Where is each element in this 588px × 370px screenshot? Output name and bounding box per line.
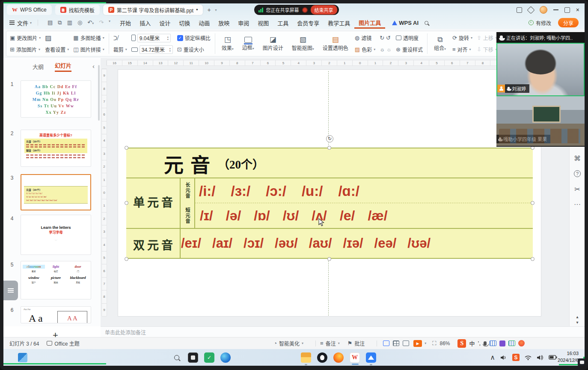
close-button[interactable]: ×: [576, 6, 579, 13]
comments-button[interactable]: ⚑批注: [347, 340, 365, 347]
group-button[interactable]: ⧉组合▾: [432, 36, 448, 51]
share-button[interactable]: 分享: [558, 18, 579, 27]
menu-tab-会员专享[interactable]: 会员专享: [293, 17, 324, 29]
add-picture-button[interactable]: ⊞添加图片▾: [10, 44, 41, 55]
color-button[interactable]: ▨色彩▾: [355, 44, 375, 55]
quickbar-chevron-icon[interactable]: ▾: [109, 19, 110, 26]
tray-sogou-icon[interactable]: S: [512, 354, 520, 361]
normal-view-icon[interactable]: [383, 340, 389, 346]
resize-handle-nw[interactable]: [125, 146, 128, 150]
notes-bar[interactable]: 单击此处添加备注: [101, 326, 585, 337]
help-icon[interactable]: ?: [570, 166, 585, 181]
collapse-sidebar-button[interactable]: ‹: [92, 62, 95, 70]
set-transparent-button[interactable]: ▤设置透明色: [321, 36, 350, 51]
file-menu-chevron-icon[interactable]: ▾: [30, 21, 32, 25]
restore-button[interactable]: [564, 7, 570, 13]
tray-expand-chevron-icon[interactable]: ∧: [490, 353, 495, 361]
modified-label[interactable]: 有修改: [536, 19, 551, 27]
slide-thumbnail-5[interactable]: classroom教室light电灯door门window窗户picture图画…: [21, 261, 91, 299]
picture-collage-button[interactable]: ◫图片拼接▾: [73, 44, 104, 55]
taskbar-wps-icon[interactable]: W: [350, 352, 360, 363]
resize-handle-se[interactable]: [531, 257, 535, 261]
preview-icon[interactable]: ◎: [77, 19, 82, 26]
search-icon[interactable]: [425, 21, 428, 25]
taskbar-wechat-icon[interactable]: [204, 352, 214, 363]
taskbar-explorer-icon[interactable]: [301, 352, 311, 363]
slide-thumbnail-1[interactable]: Aa Bb Cc Dd Ee FfGg Hh Ii Jj Kk LlMm Nn …: [21, 80, 91, 118]
taskbar-meeting-icon[interactable]: [366, 352, 376, 363]
ime-punctuation[interactable]: ’,: [478, 340, 481, 346]
navigation-pane-icon[interactable]: ⌘: [570, 151, 585, 166]
menu-tab-动画[interactable]: 动画: [194, 17, 214, 29]
taskbar-start-icon[interactable]: [155, 352, 166, 363]
sidebar-scrollbar[interactable]: [98, 65, 100, 121]
picture-preview-icon[interactable]: ▨: [45, 33, 69, 43]
file-menu[interactable]: 文件: [17, 19, 28, 27]
resize-handle-s[interactable]: [327, 257, 331, 261]
tray-speaker-icon[interactable]: [500, 355, 507, 361]
resize-handle-w[interactable]: [125, 201, 128, 205]
ime-emoji-icon[interactable]: [518, 340, 525, 346]
notification-icon[interactable]: [578, 358, 585, 366]
redo-icon[interactable]: ↷: [99, 19, 104, 26]
taskbar-search-icon[interactable]: [172, 352, 182, 363]
rotate-handle[interactable]: ↻: [326, 135, 333, 142]
wps-ai-label[interactable]: WPS AI: [399, 20, 419, 26]
change-picture-button[interactable]: ▣更改图片▾: [10, 33, 41, 43]
slide-thumbnail-3[interactable]: 元音（20个）/i:/ /ɜ:/ /ɔ:/ /u:/ /ɑ://ɪ/ /ə/ /…: [21, 174, 91, 210]
tray-wifi-icon[interactable]: [525, 355, 532, 360]
menu-tab-图片工具[interactable]: 图片工具: [354, 17, 385, 29]
brightness-up-icon[interactable]: ↻↺: [380, 33, 392, 43]
notes-button[interactable]: ≡备注▾: [320, 340, 340, 347]
previous-slide-button[interactable]: ▴: [576, 314, 578, 319]
ime-toolbox-icon[interactable]: [508, 340, 515, 346]
smart-beautify-button[interactable]: ◔智能美化▾: [273, 340, 303, 347]
tab-outline[interactable]: 大纲: [33, 62, 44, 71]
resize-handle-n[interactable]: [327, 146, 331, 150]
align-button[interactable]: ≡对齐▾: [452, 44, 472, 55]
tray-battery-icon[interactable]: [549, 355, 557, 360]
output-icon[interactable]: ⧉: [58, 19, 62, 26]
filter-button[interactable]: ◍滤镜: [355, 33, 375, 43]
ime-mic-icon[interactable]: [484, 341, 487, 346]
menu-tab-审阅[interactable]: 审阅: [234, 17, 253, 29]
skin-settings-icon[interactable]: [527, 6, 535, 14]
play-options-chevron-icon[interactable]: ▾: [425, 341, 426, 345]
video-feed-classroom[interactable]: 嘎勒小学四年级 果果: [496, 96, 585, 146]
end-share-button[interactable]: 结束共享: [311, 5, 337, 15]
ime-skin-icon[interactable]: [499, 340, 505, 346]
file-menu-icon[interactable]: [9, 21, 15, 25]
menu-tab-切换[interactable]: 切换: [175, 17, 194, 29]
user-avatar[interactable]: [540, 6, 547, 14]
taskbar-clock[interactable]: 16:03 2024/12/6: [558, 350, 579, 364]
skin-theme-icon[interactable]: ✂: [570, 181, 585, 197]
slide-thumbnail-4[interactable]: Learn the letters学习字母· — ·: [21, 215, 91, 255]
reading-view-icon[interactable]: [403, 340, 409, 346]
next-slide-button[interactable]: ▾: [576, 320, 578, 325]
effects-button[interactable]: ◳效果▾: [220, 36, 236, 51]
picture-design-button[interactable]: ◪图片设计: [261, 36, 285, 51]
menu-tab-视图[interactable]: 视图: [253, 17, 273, 29]
resize-handle-sw[interactable]: [125, 257, 128, 261]
smart-cutout-button[interactable]: ▧智能抠图▾: [290, 36, 316, 51]
tab-slides[interactable]: 幻灯片: [55, 61, 71, 72]
border-button[interactable]: 边框▾: [240, 37, 256, 51]
slide-thumbnail-6[interactable]: Aa AaA aA A: [21, 306, 91, 323]
slide-thumbnail-2[interactable]: 英语里有多少个音标?元音（20个）辅音（28个）: [21, 130, 91, 167]
menu-tab-设计[interactable]: 设计: [155, 17, 175, 29]
taskbar-firefox-icon[interactable]: [333, 352, 344, 363]
menu-tab-教学工具[interactable]: 教学工具: [324, 17, 354, 29]
video-feed-teacher[interactable]: 刘淑婷: [496, 43, 585, 96]
crop-frame-icon[interactable]: ⟉: [113, 33, 127, 43]
theme-indicator[interactable]: Office 主题: [47, 340, 79, 347]
ime-language-toggle[interactable]: 中: [469, 339, 475, 347]
crop-button[interactable]: 裁剪▾: [113, 44, 127, 55]
reset-style-button[interactable]: ⊛重设样式: [396, 44, 423, 55]
rotate-button[interactable]: ⟳旋转▾: [452, 33, 472, 43]
undo-icon[interactable]: ↶▾: [87, 19, 94, 26]
taskbar-qq-icon[interactable]: [317, 352, 327, 363]
lock-ratio-checkbox[interactable]: ✓锁定纵横比: [177, 33, 211, 43]
tray-volume-icon[interactable]: [537, 355, 543, 361]
slide-sorter-icon[interactable]: [393, 340, 399, 346]
ime-keyboard-icon[interactable]: [490, 340, 496, 346]
